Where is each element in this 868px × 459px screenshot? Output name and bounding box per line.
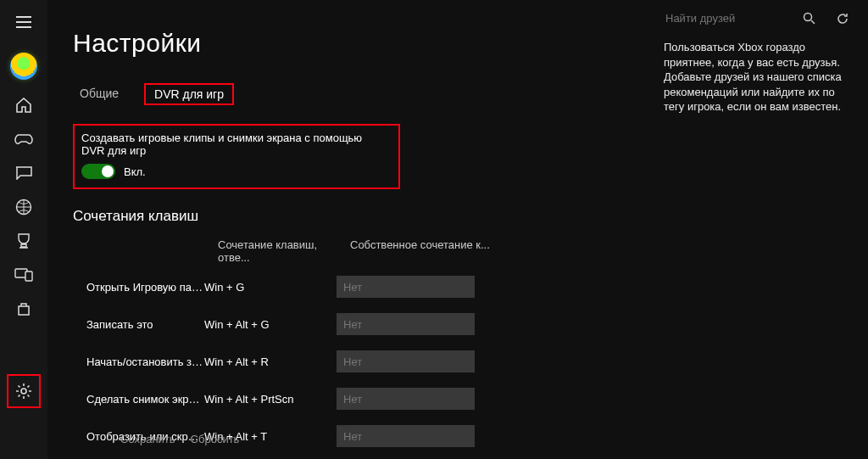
store-icon[interactable] (7, 292, 41, 326)
reset-button[interactable]: Сбросить (191, 433, 240, 445)
tab-general[interactable]: Общие (73, 83, 125, 105)
shortcut-custom-input[interactable] (337, 276, 475, 298)
shortcut-action: Открыть Игровую пан... (73, 281, 204, 294)
sidebar (0, 0, 47, 459)
shortcut-row: Записать этоWin + Alt + G (73, 313, 652, 335)
settings-icon[interactable] (7, 374, 41, 408)
friends-hint-text: Пользоваться Xbox гораздо приятнее, когд… (664, 40, 856, 115)
footer: Сохранить Сбросить (120, 433, 239, 445)
home-icon[interactable] (7, 88, 41, 122)
refresh-icon[interactable] (834, 10, 851, 27)
tabs: Общие DVR для игр (73, 83, 652, 105)
shortcut-default: Win + Alt + G (204, 318, 337, 331)
page-title: Настройки (73, 29, 652, 58)
main: Настройки Общие DVR для игр Создавать иг… (47, 0, 868, 459)
svg-point-4 (804, 14, 811, 21)
shortcut-custom-input[interactable] (337, 388, 475, 410)
dvr-toggle-state: Вкл. (124, 165, 146, 178)
shortcuts-heading: Сочетания клавиш (73, 208, 652, 225)
col-header-custom: Собственное сочетание к... (350, 238, 494, 264)
shortcut-headers: Сочетание клавиш, отве... Собственное со… (73, 238, 652, 264)
chat-icon[interactable] (7, 156, 41, 190)
search-icon[interactable] (800, 10, 817, 27)
dvr-label: Создавать игровые клипы и снимки экрана … (81, 132, 388, 157)
shortcut-default: Win + G (204, 281, 337, 294)
shortcut-custom-input[interactable] (337, 425, 475, 447)
col-header-default: Сочетание клавиш, отве... (218, 238, 350, 264)
shortcut-action: Сделать снимок экрана (73, 393, 204, 406)
shortcut-rows: Открыть Игровую пан...Win + GЗаписать эт… (73, 276, 652, 447)
globe-icon[interactable] (7, 190, 41, 224)
controller-icon[interactable] (7, 122, 41, 156)
svg-point-3 (21, 389, 26, 394)
friends-pane: Пользоваться Xbox гораздо приятнее, когд… (652, 0, 868, 459)
dvr-toggle[interactable] (81, 164, 115, 179)
shortcut-default: Win + Alt + R (204, 355, 337, 368)
save-button[interactable]: Сохранить (120, 433, 175, 445)
shortcut-action: Записать это (73, 318, 204, 331)
devices-icon[interactable] (7, 258, 41, 292)
shortcut-row: Открыть Игровую пан...Win + G (73, 276, 652, 298)
settings-pane: Настройки Общие DVR для игр Создавать иг… (47, 0, 652, 459)
tab-dvr[interactable]: DVR для игр (144, 83, 234, 105)
shortcut-action: Начать/остановить зап... (73, 355, 204, 368)
shortcut-row: Начать/остановить зап...Win + Alt + R (73, 350, 652, 372)
shortcut-default: Win + Alt + PrtScn (204, 393, 337, 406)
avatar[interactable] (10, 53, 37, 80)
shortcut-custom-input[interactable] (337, 350, 475, 372)
friends-search-input[interactable] (664, 8, 795, 28)
trophy-icon[interactable] (7, 224, 41, 258)
svg-rect-2 (25, 271, 32, 281)
hamburger-icon[interactable] (7, 5, 41, 39)
dvr-toggle-block: Создавать игровые клипы и снимки экрана … (73, 124, 400, 189)
shortcut-row: Сделать снимок экранаWin + Alt + PrtScn (73, 388, 652, 410)
shortcut-custom-input[interactable] (337, 313, 475, 335)
